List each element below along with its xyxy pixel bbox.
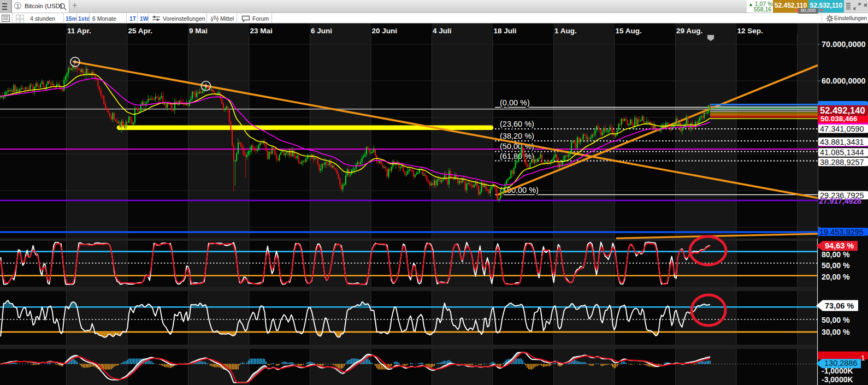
svg-text:11 Apr.: 11 Apr. — [67, 27, 91, 35]
svg-text:1 Aug.: 1 Aug. — [554, 27, 577, 35]
svg-text:43.881,3431: 43.881,3431 — [820, 138, 864, 146]
svg-text:(38,20 %): (38,20 %) — [500, 132, 534, 140]
svg-text:(23,60 %): (23,60 %) — [500, 120, 534, 128]
svg-text:70.000,0000: 70.000,0000 — [822, 40, 866, 49]
svg-text:60.000,0000: 60.000,0000 — [822, 76, 866, 85]
svg-text:(61,80 %): (61,80 %) — [500, 152, 534, 161]
svg-text:38.288,9257: 38.288,9257 — [820, 158, 864, 167]
svg-text:80,00 %: 80,00 % — [822, 250, 850, 259]
svg-text:12 Sep.: 12 Sep. — [737, 27, 763, 35]
svg-text:1: 1 — [861, 354, 865, 362]
svg-text:50,00 %: 50,00 % — [822, 316, 850, 324]
svg-text:-1,0000K: -1,0000K — [822, 366, 853, 375]
svg-text:20 Juni: 20 Juni — [372, 27, 398, 35]
svg-text:6 Juni: 6 Juni — [311, 27, 332, 35]
svg-text:-3,0000K: -3,0000K — [822, 375, 853, 384]
svg-text:18 Juli: 18 Juli — [494, 27, 517, 35]
svg-text:19.453,9295: 19.453,9295 — [819, 228, 864, 236]
svg-text:4 Juli: 4 Juli — [433, 27, 452, 35]
svg-text:15 Aug.: 15 Aug. — [616, 27, 642, 35]
svg-text:41.085,1344: 41.085,1344 — [820, 148, 864, 157]
svg-text:(0,00 %): (0,00 %) — [500, 98, 530, 107]
svg-text:52.492,140: 52.492,140 — [820, 105, 865, 115]
svg-text:9 Mai: 9 Mai — [189, 27, 208, 35]
svg-text:27.917,4928: 27.917,4928 — [819, 197, 861, 205]
svg-text:20,00 %: 20,00 % — [822, 273, 850, 281]
svg-text:23 Mai: 23 Mai — [250, 27, 273, 35]
svg-text:47.341,0590: 47.341,0590 — [820, 125, 864, 133]
svg-text:73,06 %: 73,06 % — [825, 301, 854, 310]
svg-text:29 Aug.: 29 Aug. — [676, 27, 702, 35]
svg-text:94,63 %: 94,63 % — [825, 241, 854, 250]
svg-text:30,00 %: 30,00 % — [822, 328, 850, 336]
svg-text:25 Apr.: 25 Apr. — [128, 27, 153, 35]
svg-text:50,00 %: 50,00 % — [822, 261, 850, 270]
